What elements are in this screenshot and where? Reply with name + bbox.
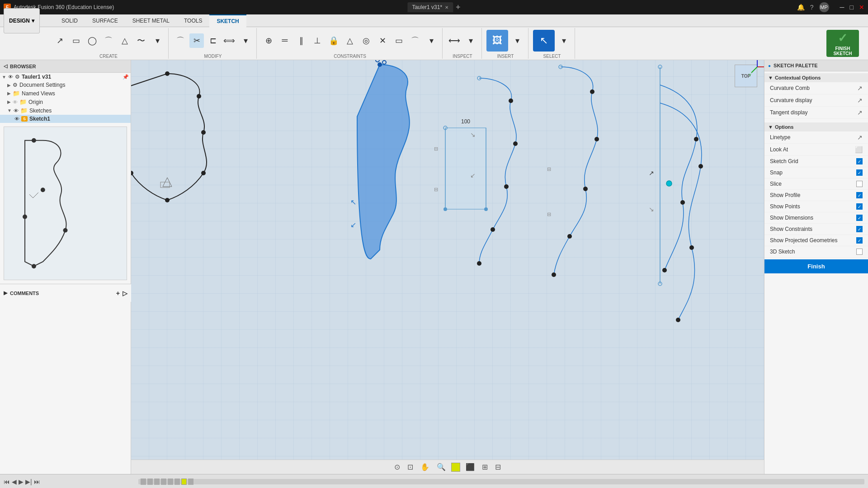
minimize-button[interactable]: ─ <box>840 4 844 11</box>
polygon-tool-btn[interactable]: △ <box>118 33 132 48</box>
timeline-end-btn[interactable]: ⏭ <box>34 478 40 485</box>
fillet-btn[interactable]: ⌒ <box>173 33 188 48</box>
curvature-display-icon-btn[interactable]: ↗ <box>857 97 863 104</box>
timeline-marker-3[interactable] <box>154 479 160 485</box>
tangent-btn[interactable]: 🔒 <box>326 33 341 48</box>
view-cube[interactable]: X Z Y TOP <box>732 65 760 92</box>
timeline-track[interactable] <box>138 479 864 484</box>
3d-sketch-item[interactable]: 3D Sketch <box>764 246 868 258</box>
browser-item-origin[interactable]: ▶ 👁 📁 Origin <box>0 98 131 106</box>
measure-btn[interactable]: ⟷ <box>447 33 462 48</box>
comments-expand-icon[interactable]: ▶ <box>4 290 7 296</box>
browser-collapse-icon[interactable]: ◁ <box>4 63 7 69</box>
timeline-marker-2[interactable] <box>147 479 153 485</box>
mirror-btn[interactable]: ⟺ <box>222 33 236 48</box>
modify-dropdown-btn[interactable]: ▾ <box>238 33 253 48</box>
coincident-btn[interactable]: ⊕ <box>261 33 276 48</box>
maximize-button[interactable]: □ <box>850 4 854 11</box>
show-dimensions-item[interactable]: Show Dimensions ✓ <box>764 212 868 224</box>
zoom-btn[interactable]: 🔍 <box>435 462 448 472</box>
3d-sketch-checkbox[interactable] <box>856 249 863 255</box>
browser-item-doc-settings[interactable]: ▶ ⚙ Document Settings <box>0 81 131 89</box>
show-profile-checkbox[interactable]: ✓ <box>856 192 863 198</box>
timeline-play-btn[interactable]: ▶ <box>19 478 24 485</box>
timeline-current-marker[interactable] <box>181 479 187 485</box>
show-projected-checkbox[interactable]: ✓ <box>856 237 863 244</box>
select-dropdown-btn[interactable]: ▾ <box>557 33 571 48</box>
options-header[interactable]: ▼ Options <box>764 122 868 131</box>
arc-tool-btn[interactable]: ⌒ <box>101 33 116 48</box>
midpoint-btn[interactable]: ✕ <box>375 33 390 48</box>
show-profile-item[interactable]: Show Profile ✓ <box>764 190 868 201</box>
timeline-marker-8[interactable] <box>188 479 193 485</box>
browser-item-sketches[interactable]: ▼ 👁 📁 Sketches <box>0 106 131 115</box>
tab-tools[interactable]: TOOLS <box>177 14 209 27</box>
new-tab-icon[interactable]: + <box>456 3 461 12</box>
timeline-start-btn[interactable]: ⏮ <box>4 478 10 485</box>
show-projected-item[interactable]: Show Projected Geometries ✓ <box>764 235 868 246</box>
tab-sheet-metal[interactable]: SHEET METAL <box>125 14 177 27</box>
canvas-area[interactable]: ↗ ↗ ↖ ↙ <box>131 60 764 474</box>
fix-btn[interactable]: ⌒ <box>408 33 422 48</box>
tab-close-icon[interactable]: ✕ <box>445 5 448 10</box>
show-dimensions-checkbox[interactable]: ✓ <box>856 215 863 221</box>
collinear-btn[interactable]: ═ <box>278 33 292 48</box>
show-constraints-checkbox[interactable]: ✓ <box>856 226 863 232</box>
timeline-marker-5[interactable] <box>168 479 173 485</box>
curvature-comb-icon-btn[interactable]: ↗ <box>857 84 863 92</box>
snap-checkbox[interactable]: ✓ <box>856 169 863 176</box>
snap-item[interactable]: Snap ✓ <box>764 167 868 178</box>
tab-sketch[interactable]: SKETCH <box>209 14 246 27</box>
contextual-options-header[interactable]: ▼ Contextual Options <box>764 73 868 82</box>
timeline-next-btn[interactable]: ▶| <box>25 478 32 485</box>
parallel-btn[interactable]: ∥ <box>294 33 308 48</box>
slice-checkbox[interactable] <box>856 181 863 187</box>
notification-icon[interactable]: 🔔 <box>797 4 805 11</box>
symmetric-btn[interactable]: △ <box>343 33 357 48</box>
line-tool-btn[interactable]: ↗ <box>52 33 67 48</box>
comments-add-icon[interactable]: + <box>116 290 120 297</box>
inspect-dropdown-btn[interactable]: ▾ <box>463 33 478 48</box>
timeline-marker-4[interactable] <box>161 479 166 485</box>
constraints-dropdown-btn[interactable]: ▾ <box>424 33 439 48</box>
orbit-btn[interactable]: ⊙ <box>392 462 402 472</box>
tab-solid[interactable]: SOLID <box>54 14 85 27</box>
close-button[interactable]: ✕ <box>859 4 864 11</box>
fit-btn[interactable]: ✋ <box>419 462 431 472</box>
eye-icon-2[interactable]: 👁 <box>13 99 18 105</box>
timeline-marker-6[interactable] <box>175 479 180 485</box>
slice-item[interactable]: Slice <box>764 178 868 190</box>
linetype-icon-btn[interactable]: ↗ <box>857 134 863 141</box>
equal-btn[interactable]: ▭ <box>392 33 406 48</box>
sketch-grid-item[interactable]: Sketch Grid ✓ <box>764 156 868 167</box>
grid-btn[interactable]: ⊞ <box>480 462 490 472</box>
eye-icon-3[interactable]: 👁 <box>14 108 19 113</box>
pan-btn[interactable]: ⊡ <box>406 462 415 472</box>
view-btn[interactable]: ⊟ <box>493 462 503 472</box>
spline-tool-btn[interactable]: 〜 <box>134 33 148 48</box>
tangent-display-icon-btn[interactable]: ↗ <box>857 109 863 116</box>
eye-icon-4[interactable]: 👁 <box>14 116 19 122</box>
tab-surface[interactable]: SURFACE <box>85 14 125 27</box>
timeline-marker-1[interactable] <box>141 479 146 485</box>
finish-sketch-button[interactable]: ✓ FINISH SKETCH <box>826 30 859 57</box>
browser-item-sketch1[interactable]: 👁 S Sketch1 <box>0 115 131 123</box>
user-avatar[interactable]: MP <box>819 2 829 12</box>
timeline-prev-btn[interactable]: ◀ <box>12 478 17 485</box>
color-swatch[interactable] <box>451 463 460 472</box>
select-btn[interactable]: ↖ <box>533 30 555 52</box>
insert-image-btn[interactable]: 🖼 <box>486 30 508 52</box>
insert-dropdown-btn[interactable]: ▾ <box>510 33 524 48</box>
look-at-icon-btn[interactable]: ⬜ <box>855 146 863 153</box>
show-points-item[interactable]: Show Points ✓ <box>764 201 868 212</box>
show-constraints-item[interactable]: Show Constraints ✓ <box>764 224 868 235</box>
active-tab[interactable]: Tauler1 v31* ✕ <box>407 2 453 12</box>
eye-icon[interactable]: 👁 <box>8 74 13 80</box>
circle-tool-btn[interactable]: ◯ <box>85 33 99 48</box>
comments-collapse-icon[interactable]: ▷ <box>123 290 127 297</box>
concentric-btn[interactable]: ◎ <box>359 33 373 48</box>
display-mode-btn[interactable]: ⬛ <box>464 462 476 472</box>
show-points-checkbox[interactable]: ✓ <box>856 203 863 210</box>
rectangle-tool-btn[interactable]: ▭ <box>69 33 83 48</box>
browser-item-named-views[interactable]: ▶ 📁 Named Views <box>0 89 131 98</box>
